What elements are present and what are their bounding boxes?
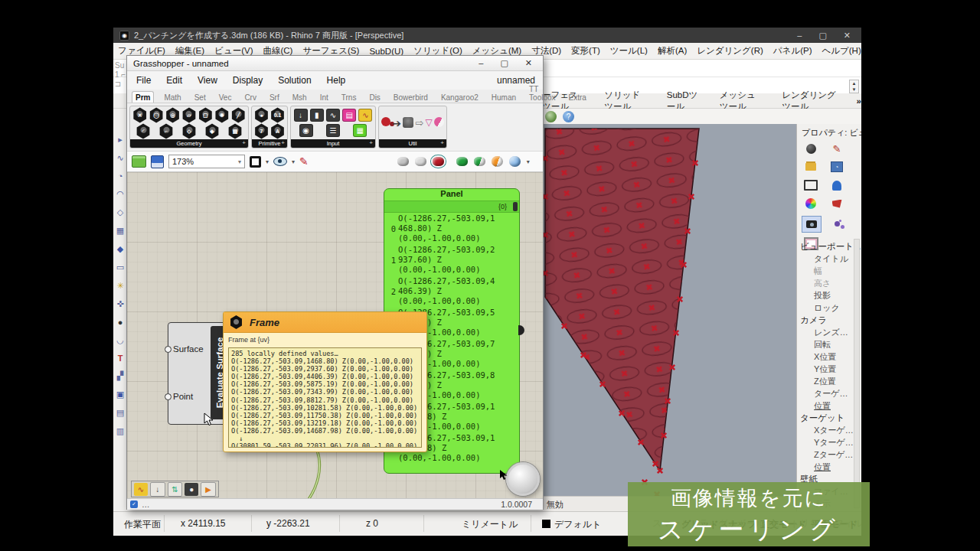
props-item[interactable]: 投影: [814, 290, 831, 302]
menu-item[interactable]: File: [136, 75, 151, 86]
menu-item[interactable]: SubD(U): [369, 47, 403, 56]
tab-set[interactable]: Set: [191, 92, 209, 103]
props-item[interactable]: Zターゲ…: [814, 449, 853, 461]
display-icon[interactable]: [802, 178, 820, 193]
menu-item[interactable]: 変形(T): [571, 45, 600, 57]
zoom-level-select[interactable]: 173% ▾: [168, 155, 245, 168]
flask-icon[interactable]: ▽: [425, 117, 432, 129]
canvas-navigation-ball[interactable]: [506, 462, 540, 496]
props-item[interactable]: 回転: [814, 339, 831, 350]
gradient-icon[interactable]: ▤: [342, 109, 356, 122]
array-tool-icon[interactable]: ▤: [116, 408, 124, 418]
surface-input-port[interactable]: [165, 346, 172, 353]
gh-close-button[interactable]: ✕: [525, 58, 532, 68]
props-section[interactable]: ビューポート ᐱ: [800, 241, 861, 253]
props-item[interactable]: X位置: [814, 351, 836, 363]
display-sphere-icon[interactable]: [509, 156, 521, 167]
menu-item[interactable]: Help: [327, 75, 346, 86]
geometry-component-icon[interactable]: ❋: [214, 107, 229, 123]
rhino-close-button[interactable]: ✕: [844, 31, 851, 41]
molecule-icon[interactable]: [828, 216, 846, 231]
arc-tool-icon[interactable]: ◠: [116, 189, 124, 199]
layer-name[interactable]: デフォルト: [554, 518, 601, 531]
compass-widget-icon[interactable]: ▶: [201, 482, 216, 497]
value-list-icon[interactable]: ☰: [326, 124, 340, 137]
panel-icon[interactable]: ▮: [310, 109, 324, 122]
chevron-down-icon[interactable]: ▾: [292, 158, 295, 165]
help-icon[interactable]: ?: [563, 111, 574, 122]
primitive-component-icon[interactable]: 0.1: [270, 107, 285, 123]
rhino-maximize-button[interactable]: ▢: [818, 31, 826, 41]
properties-scrollbar[interactable]: [854, 239, 860, 508]
tab-prm[interactable]: Prm: [132, 91, 154, 103]
preview-shaded-gem-icon[interactable]: [433, 157, 444, 166]
menu-item[interactable]: ツール(L): [610, 45, 648, 57]
menu-item[interactable]: Solution: [278, 75, 311, 86]
preview-off-gem-icon[interactable]: [397, 157, 409, 166]
import-icon[interactable]: ↓: [294, 109, 308, 122]
tab-trns[interactable]: Trns: [338, 92, 360, 103]
primitive-component-icon[interactable]: 7: [254, 123, 269, 139]
geometry-component-icon[interactable]: ⌐: [159, 123, 174, 139]
tab-msh[interactable]: Msh: [289, 92, 310, 103]
text-tool-icon[interactable]: T: [118, 354, 123, 363]
sphere-tool-icon[interactable]: ●: [118, 318, 123, 327]
tab-dis[interactable]: Dis: [366, 92, 383, 103]
camera-tab-icon[interactable]: [802, 216, 822, 233]
sketch-widget-icon[interactable]: ∿: [134, 483, 148, 496]
props-item[interactable]: Xターゲ…: [814, 425, 854, 436]
tab-kangaroo2[interactable]: Kangaroo2: [438, 92, 482, 103]
geometry-component-icon[interactable]: ╱: [231, 107, 246, 123]
props-item[interactable]: Y位置: [814, 364, 836, 375]
menu-item[interactable]: 解析(A): [658, 45, 687, 57]
solver-half-gem-icon[interactable]: [474, 157, 485, 166]
props-item[interactable]: タイトル: [814, 253, 848, 265]
geometry-component-icon[interactable]: ▢: [198, 107, 213, 123]
tab-vec[interactable]: Vec: [216, 92, 235, 103]
props-item[interactable]: 位置: [814, 400, 831, 412]
globe-icon[interactable]: [545, 111, 557, 122]
surface-tool-icon[interactable]: ▦: [116, 226, 124, 236]
group-expand[interactable]: +: [281, 139, 285, 146]
graph-icon[interactable]: ∿: [326, 109, 340, 122]
menu-item[interactable]: パネル(P): [773, 45, 812, 57]
menu-item[interactable]: Edit: [166, 75, 182, 86]
chevron-down-icon[interactable]: ▾: [527, 158, 530, 165]
hollow-arrow-icon[interactable]: ⇨: [415, 117, 423, 129]
save-file-icon[interactable]: [151, 155, 164, 168]
cylinder-tool-icon[interactable]: ▭: [116, 262, 124, 272]
geometry-component-icon[interactable]: ✕: [132, 107, 147, 123]
group-expand[interactable]: +: [440, 139, 444, 146]
tree-icon[interactable]: [403, 117, 413, 128]
sketch-pen-icon[interactable]: ✎: [299, 155, 309, 168]
pencil-icon[interactable]: ✎: [828, 141, 846, 156]
circle-tool-icon[interactable]: ◔: [118, 171, 123, 181]
primitive-component-icon[interactable]: ●: [254, 107, 269, 123]
sketch-icon[interactable]: ∿: [358, 109, 372, 122]
group-tool-icon[interactable]: ▞: [117, 371, 123, 381]
geometry-component-icon[interactable]: ◜: [136, 123, 151, 139]
zoom-extents-icon[interactable]: [250, 156, 261, 168]
panel-scroll-nub[interactable]: [513, 202, 518, 211]
bell-icon[interactable]: [828, 178, 846, 193]
polygon-tool-icon[interactable]: ◇: [117, 207, 123, 217]
props-section[interactable]: ターゲット: [800, 412, 845, 424]
bomb-icon[interactable]: [802, 141, 820, 156]
props-item[interactable]: ターゲ…: [814, 388, 848, 399]
grasshopper-canvas[interactable]: Evaluate Surface Surface Point Point Nor…: [127, 172, 543, 498]
solid-tool-icon[interactable]: ▣: [116, 390, 124, 399]
tab-crv[interactable]: Crv: [241, 92, 260, 103]
curve-tool-icon[interactable]: ◡: [116, 335, 124, 345]
tab-tt-toolbox[interactable]: TT Toolbox: [526, 83, 558, 103]
menu-item[interactable]: ヘルプ(H): [822, 45, 861, 57]
menu-item[interactable]: レンダリング(R): [697, 45, 763, 57]
cherry-fitness-icon[interactable]: [381, 117, 390, 126]
props-item[interactable]: ロック: [814, 302, 840, 314]
pointer-tool-icon[interactable]: ▸: [118, 135, 122, 145]
geometry-component-icon[interactable]: ◎: [165, 107, 180, 123]
extrude-tool-icon[interactable]: ▥: [116, 426, 124, 436]
color-swatch-icon[interactable]: ▦: [353, 124, 367, 137]
group-expand[interactable]: +: [242, 139, 246, 146]
geometry-component-icon[interactable]: ◇: [182, 123, 197, 139]
fillet-tool-icon[interactable]: ✳: [116, 281, 123, 291]
